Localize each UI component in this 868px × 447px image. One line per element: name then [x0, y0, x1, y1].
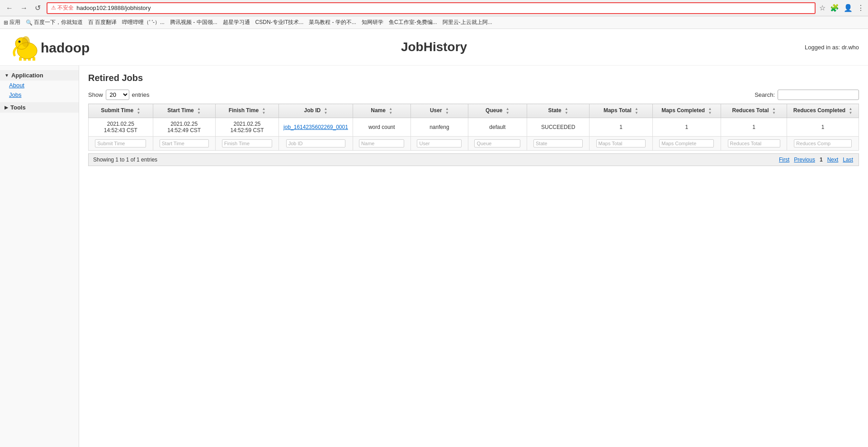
filter-input-reduces-total[interactable] [728, 139, 780, 147]
sort-arrows-start: ▲▼ [197, 107, 201, 115]
sidebar: ▼ Application About Jobs ▶ Tools [0, 66, 79, 447]
filter-input-state[interactable] [533, 139, 583, 147]
filter-input-finish-time[interactable] [222, 139, 272, 147]
filter-reduces-completed[interactable] [787, 137, 859, 151]
cell-maps-completed: 1 [652, 118, 721, 137]
search-input[interactable] [778, 90, 859, 100]
col-queue[interactable]: Queue ▲▼ [468, 104, 527, 118]
address-bar[interactable]: ⚠ 不安全 hadoop102:19888/jobhistory [47, 2, 816, 14]
filter-input-job-id[interactable] [286, 139, 345, 147]
sort-arrows-reduces-total: ▲▼ [772, 107, 776, 115]
entries-select[interactable]: 10 20 25 50 100 [106, 90, 129, 100]
bookmark-star-icon[interactable]: ☆ [819, 4, 826, 12]
previous-page-button[interactable]: Previous [793, 157, 816, 163]
filter-input-maps-total[interactable] [596, 139, 646, 147]
bookmark-baidu[interactable]: 🔍 百度一下，你就知道 [26, 19, 83, 26]
table-footer: Showing 1 to 1 of 1 entries First Previo… [88, 153, 859, 166]
table-row: 2021.02.25 14:52:43 CST 2021.02.25 14:52… [89, 118, 859, 137]
col-maps-completed[interactable]: Maps Completed ▲▼ [652, 104, 721, 118]
cell-job-id[interactable]: job_1614235602269_0001 [279, 118, 353, 137]
bookmark-tencent[interactable]: 腾讯视频 - 中国领... [170, 19, 217, 26]
bookmark-csdn[interactable]: CSDN-专业IT技术... [255, 19, 304, 26]
last-page-button[interactable]: Last [842, 157, 854, 163]
col-maps-total[interactable]: Maps Total ▲▼ [590, 104, 652, 118]
tools-arrow: ▶ [5, 105, 8, 110]
svg-rect-4 [19, 57, 22, 61]
filter-input-user[interactable] [417, 139, 462, 147]
cell-user: nanfeng [410, 118, 468, 137]
sidebar-section-application-header[interactable]: ▼ Application [0, 70, 79, 81]
search-label: Search: [755, 91, 775, 98]
first-page-button[interactable]: First [778, 157, 790, 163]
col-submit-time[interactable]: Submit Time ▲▼ [89, 104, 153, 118]
bookmark-fishc[interactable]: 鱼C工作室-免费编... [389, 19, 437, 26]
menu-icon[interactable]: ⋮ [857, 4, 864, 12]
filter-submit-time[interactable] [89, 137, 153, 151]
cell-queue: default [468, 118, 527, 137]
profile-icon[interactable]: 👤 [844, 4, 853, 12]
col-reduces-completed[interactable]: Reduces Completed ▲▼ [787, 104, 859, 118]
filter-queue[interactable] [468, 137, 527, 151]
sidebar-section-application: ▼ Application About Jobs [0, 70, 79, 100]
next-page-button[interactable]: Next [826, 157, 840, 163]
cell-state: SUCCEEDED [527, 118, 589, 137]
sidebar-link-about[interactable]: About [0, 81, 79, 90]
filter-maps-completed[interactable] [652, 137, 721, 151]
page-title: JobHistory [401, 40, 467, 54]
filter-input-queue[interactable] [474, 139, 520, 147]
sort-arrows-submit: ▲▼ [137, 107, 140, 115]
browser-icons: ☆ 🧩 👤 ⋮ [819, 4, 864, 12]
bookmark-chaoxing[interactable]: 超星学习通 [223, 19, 250, 26]
bookmark-bilibili[interactable]: 哔哩哔哩（' '-）... [122, 19, 165, 26]
bookmark-cnki[interactable]: 知网研学 [362, 19, 383, 26]
filter-input-submit-time[interactable] [95, 139, 146, 147]
col-job-id[interactable]: Job ID ▲▼ [279, 104, 353, 118]
sort-arrows-name: ▲▼ [389, 107, 392, 115]
tools-label: Tools [10, 104, 26, 111]
filter-finish-time[interactable] [215, 137, 279, 151]
sort-arrows-finish: ▲▼ [262, 107, 265, 115]
show-entries: Show 10 20 25 50 100 entries [88, 90, 150, 100]
job-id-link[interactable]: job_1614235602269_0001 [283, 124, 348, 130]
sort-arrows-jobid: ▲▼ [324, 107, 328, 115]
back-button[interactable]: ← [4, 3, 15, 13]
svg-text:hadoop: hadoop [41, 40, 90, 55]
col-reduces-total[interactable]: Reduces Total ▲▼ [721, 104, 787, 118]
sort-arrows-queue: ▲▼ [506, 107, 509, 115]
forward-button[interactable]: → [18, 3, 30, 13]
filter-job-id[interactable] [279, 137, 353, 151]
nav-buttons: ← → ↺ [4, 3, 43, 13]
application-label: Application [11, 72, 43, 79]
filter-reduces-total[interactable] [721, 137, 787, 151]
section-title: Retired Jobs [88, 73, 859, 83]
sidebar-section-tools-header[interactable]: ▶ Tools [0, 102, 79, 113]
table-body: 2021.02.25 14:52:43 CST 2021.02.25 14:52… [89, 118, 859, 151]
sidebar-section-tools: ▶ Tools [0, 102, 79, 113]
filter-input-reduces-completed[interactable] [794, 139, 852, 147]
cell-reduces-total: 1 [721, 118, 787, 137]
bookmark-runoob[interactable]: 菜鸟教程 - 学的不... [309, 19, 356, 26]
filter-state[interactable] [527, 137, 589, 151]
filter-user[interactable] [410, 137, 468, 151]
col-user[interactable]: User ▲▼ [410, 104, 468, 118]
sort-arrows-user: ▲▼ [445, 107, 449, 115]
col-start-time[interactable]: Start Time ▲▼ [153, 104, 215, 118]
filter-maps-total[interactable] [590, 137, 652, 151]
bookmark-apps[interactable]: ⊞ 应用 [4, 19, 20, 26]
cell-reduces-completed: 1 [787, 118, 859, 137]
reload-button[interactable]: ↺ [33, 3, 43, 13]
filter-input-name[interactable] [359, 139, 404, 147]
bookmark-translate[interactable]: 百 百度翻译 [88, 19, 117, 26]
filter-input-maps-completed[interactable] [659, 139, 714, 147]
bookmark-aliyun[interactable]: 阿里云-上云就上阿... [443, 19, 492, 26]
entries-label: entries [132, 91, 150, 98]
filter-start-time[interactable] [153, 137, 215, 151]
main-layout: ▼ Application About Jobs ▶ Tools Retired… [0, 66, 868, 447]
filter-input-start-time[interactable] [160, 139, 209, 147]
extensions-icon[interactable]: 🧩 [830, 4, 839, 12]
sidebar-link-jobs[interactable]: Jobs [0, 90, 79, 100]
col-state[interactable]: State ▲▼ [527, 104, 589, 118]
col-finish-time[interactable]: Finish Time ▲▼ [215, 104, 279, 118]
col-name[interactable]: Name ▲▼ [353, 104, 410, 118]
filter-name[interactable] [353, 137, 410, 151]
